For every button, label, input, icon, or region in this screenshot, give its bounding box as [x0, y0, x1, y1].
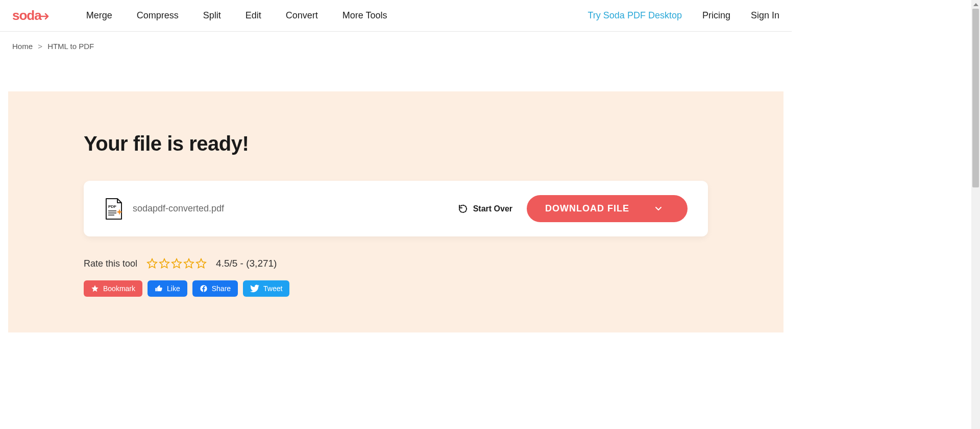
twitter-icon — [250, 284, 259, 293]
breadcrumb: Home > HTML to PDF — [0, 32, 792, 61]
facebook-icon — [200, 284, 208, 293]
bookmark-label: Bookmark — [103, 284, 135, 293]
nav-edit[interactable]: Edit — [246, 10, 261, 21]
like-label: Like — [167, 284, 180, 293]
like-button[interactable]: Like — [148, 280, 187, 297]
breadcrumb-current[interactable]: HTML to PDF — [47, 42, 94, 51]
nav-more-tools[interactable]: More Tools — [342, 10, 387, 21]
logo[interactable]: soda — [12, 8, 50, 23]
star-icon[interactable] — [171, 258, 182, 269]
tweet-label: Tweet — [263, 284, 282, 293]
file-card: PDF sodapdf-converted.pdf Start Over — [84, 181, 708, 236]
filename: sodapdf-converted.pdf — [133, 203, 224, 214]
star-icon[interactable] — [159, 258, 170, 269]
main-panel: Your file is ready! PDF sodapdf-converte… — [8, 91, 783, 332]
share-button[interactable]: Share — [192, 280, 238, 297]
scroll-thumb[interactable] — [972, 9, 979, 187]
download-button[interactable]: DOWNLOAD FILE — [527, 195, 688, 222]
star-filled-icon — [91, 284, 99, 293]
start-over-button[interactable]: Start Over — [458, 204, 512, 214]
thumbs-up-icon — [155, 284, 163, 293]
header-right: Try Soda PDF Desktop Pricing Sign In — [588, 10, 779, 21]
bookmark-button[interactable]: Bookmark — [84, 280, 142, 297]
signin-link[interactable]: Sign In — [751, 10, 779, 21]
nav-compress[interactable]: Compress — [137, 10, 179, 21]
breadcrumb-separator: > — [38, 42, 42, 51]
arrow-right-icon — [40, 13, 50, 20]
nav-split[interactable]: Split — [203, 10, 221, 21]
start-over-label: Start Over — [473, 204, 512, 213]
try-desktop-link[interactable]: Try Soda PDF Desktop — [588, 10, 682, 21]
page-title: Your file is ready! — [84, 132, 708, 155]
star-rating[interactable] — [146, 258, 207, 269]
star-icon[interactable] — [183, 258, 194, 269]
file-card-actions: Start Over DOWNLOAD FILE — [458, 195, 688, 222]
pdf-file-icon: PDF — [104, 198, 124, 220]
social-row: Bookmark Like Share Tweet — [84, 280, 708, 297]
scrollbar[interactable] — [971, 0, 980, 332]
restart-icon — [458, 204, 468, 214]
nav: Merge Compress Split Edit Convert More T… — [86, 10, 387, 21]
star-icon[interactable] — [195, 258, 207, 269]
logo-text: soda — [12, 8, 41, 23]
tweet-button[interactable]: Tweet — [243, 280, 289, 297]
rate-label: Rate this tool — [84, 258, 137, 269]
share-label: Share — [212, 284, 231, 293]
download-label: DOWNLOAD FILE — [545, 203, 629, 214]
scroll-up-icon[interactable] — [971, 0, 980, 9]
rating-score: 4.5/5 - (3,271) — [216, 258, 277, 269]
header: soda Merge Compress Split Edit Convert M… — [0, 0, 792, 32]
rating-row: Rate this tool 4.5/5 - (3,271) — [84, 258, 708, 269]
nav-merge[interactable]: Merge — [86, 10, 112, 21]
star-icon[interactable] — [146, 258, 158, 269]
nav-convert[interactable]: Convert — [286, 10, 318, 21]
pricing-link[interactable]: Pricing — [702, 10, 730, 21]
chevron-down-icon — [655, 206, 662, 211]
breadcrumb-home[interactable]: Home — [12, 42, 33, 51]
svg-text:PDF: PDF — [108, 204, 116, 209]
